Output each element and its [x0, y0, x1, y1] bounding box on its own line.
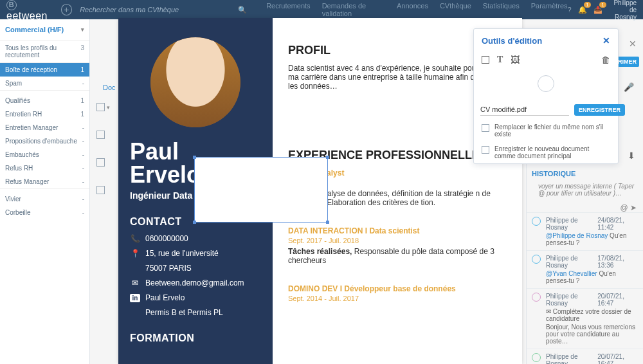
mail-icon: ✉: [130, 278, 140, 287]
microphone-icon[interactable]: 🎤: [624, 82, 634, 92]
image-tool-icon[interactable]: 🖼: [511, 55, 520, 65]
send-icon[interactable]: ➤: [630, 203, 637, 212]
sidebar-all-profiles[interactable]: Tous les profils du recrutement3: [0, 41, 89, 63]
checkbox[interactable]: [96, 158, 105, 167]
phone-value: 0600000000: [145, 234, 188, 243]
nav-cvtheque[interactable]: CVthèque: [440, 2, 471, 17]
linkedin-icon: in: [130, 294, 140, 302]
left-sidebar: Commercial (H/F)▾ Tous les profils du re…: [0, 19, 90, 364]
inbox-icon[interactable]: 📥1: [593, 6, 602, 14]
nav-demandes[interactable]: Demandes de validation: [322, 2, 385, 17]
chevron-down-icon: ▾: [81, 26, 84, 33]
checkbox[interactable]: [96, 186, 105, 194]
sidebar-item-entretien-rh[interactable]: Entretien RH1: [0, 107, 89, 121]
add-button[interactable]: +: [61, 4, 72, 15]
address-line1: 15, rue de l'université: [145, 249, 219, 258]
checkbox[interactable]: [96, 131, 105, 139]
chevron-down-icon[interactable]: ▾: [107, 104, 110, 111]
sidebar-item-propositions[interactable]: Propositions d'embauche-: [0, 134, 89, 148]
experience-item: DATA INTERACTION I Data scientist Sept. …: [288, 226, 507, 265]
sidebar-item-embauches[interactable]: Embauchés-: [0, 148, 89, 161]
address-line2: 75007 PARIS: [145, 264, 192, 273]
search-icon: 🔍: [238, 6, 247, 14]
user-menu[interactable]: Philippe de Rosnay: [609, 0, 637, 21]
formation-heading: FORMATION: [130, 332, 261, 344]
email-value: Beetween.demo@gmail.com: [145, 278, 244, 287]
sidebar-item-refus-rh[interactable]: Refus RH-: [0, 161, 89, 175]
nav-recrutements[interactable]: Recrutements: [266, 2, 310, 17]
nav-annonces[interactable]: Annonces: [397, 2, 428, 17]
history-item[interactable]: Philippe de Rosnay17/08/21, 13:36 @Yvan …: [527, 250, 643, 288]
checkbox[interactable]: [96, 103, 105, 111]
sidebar-item-vivier[interactable]: Vivier-: [0, 192, 89, 206]
app-header: Beetween + Rechercher dans ma CVthèque 🔍…: [0, 0, 643, 19]
save-button[interactable]: ENREGISTRER: [574, 104, 625, 116]
history-item[interactable]: Philippe de Rosnay20/07/21, 16:47 Créé d…: [527, 349, 643, 364]
sidebar-item-spam[interactable]: Spam-: [0, 77, 89, 90]
edit-tools-panel: Outils d'édition ✕ T 🖼 🗑 ENREGISTRER Rem…: [473, 28, 619, 164]
main-nav: Recrutements Demandes de validation Anno…: [266, 2, 567, 17]
candidate-photo: [150, 37, 240, 127]
help-icon[interactable]: ?: [568, 6, 572, 14]
sidebar-item-refus-manager[interactable]: Refus Manager-: [0, 175, 89, 188]
location-icon: 📍: [130, 249, 140, 258]
history-compose-hint[interactable]: voyer un message interne ( Taper @ pour …: [527, 181, 643, 203]
history-item[interactable]: Philippe de Rosnay20/07/21, 16:47 ✉ Comp…: [527, 288, 643, 349]
sidebar-item-qualifies[interactable]: Qualifiés1: [0, 94, 89, 107]
tools-title: Outils d'édition: [482, 36, 542, 46]
sidebar-item-entretien-manager[interactable]: Entretien Manager-: [0, 121, 89, 134]
search-input[interactable]: Rechercher dans ma CVthèque 🔍: [80, 6, 247, 14]
checkbox[interactable]: [482, 124, 489, 132]
history-item[interactable]: Philippe de Rosnay24/08/21, 11:42 @Phili…: [527, 212, 643, 250]
close-panel-icon[interactable]: ✕: [629, 39, 637, 49]
brand-logo: Beetween: [6, 0, 56, 22]
download-icon[interactable]: ⬇: [628, 150, 635, 161]
linkedin-value: Paul Ervelo: [145, 293, 185, 302]
text-tool-icon[interactable]: T: [497, 55, 503, 65]
filename-input[interactable]: [480, 104, 569, 116]
experience-item: DOMINO DEV I Développeur base de données…: [288, 284, 507, 302]
edit-selection-box[interactable]: [194, 157, 328, 223]
sidebar-title[interactable]: Commercial (H/F)▾: [0, 19, 89, 41]
bell-icon[interactable]: 🔔1: [578, 6, 587, 14]
trash-icon[interactable]: 🗑: [601, 55, 610, 65]
phone-icon: 📞: [130, 234, 140, 243]
loading-spinner: [538, 75, 554, 92]
option-replace[interactable]: Remplacer le fichier du même nom s'il ex…: [474, 120, 618, 141]
sidebar-item-corbeille[interactable]: Corbeille-: [0, 206, 89, 219]
option-main-doc[interactable]: Enregistrer le nouveau document comme do…: [474, 141, 618, 163]
nav-parametres[interactable]: Paramètres: [531, 2, 568, 17]
history-heading: HISTORIQUE: [527, 166, 643, 181]
checkbox[interactable]: [482, 146, 489, 154]
nav-statistiques[interactable]: Statistiques: [483, 2, 520, 17]
permis-value: Permis B et Permis PL: [145, 308, 223, 317]
select-tool-icon[interactable]: [482, 56, 489, 64]
close-icon[interactable]: ✕: [602, 35, 610, 46]
sidebar-item-inbox[interactable]: Boîte de réception1: [0, 63, 89, 77]
